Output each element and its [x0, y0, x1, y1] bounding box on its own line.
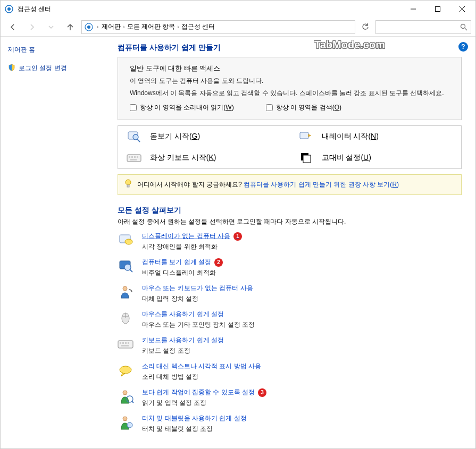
always-scan-checkbox[interactable]: 항상 이 영역을 검색(O): [266, 103, 341, 112]
sidebar-home-link[interactable]: 제어판 홈: [8, 45, 99, 54]
svg-rect-16: [131, 156, 133, 158]
search-input[interactable]: [375, 20, 471, 34]
option-desc: 키보드 설정 조정: [142, 346, 224, 355]
option-icon: [118, 362, 135, 379]
option-icon: [118, 258, 135, 275]
svg-point-29: [123, 286, 127, 291]
recommendation-bar: 어디에서 시작해야 할지 궁금하세요? 컴퓨터를 사용하기 쉽게 만들기 위한 …: [118, 174, 462, 195]
chevron-right-icon: ›: [123, 24, 124, 30]
breadcrumb-icon: [84, 22, 94, 32]
option-link[interactable]: 소리 대신 텍스트나 시각적 표시 방법 사용: [142, 362, 261, 371]
nav-forward-button[interactable]: [24, 19, 40, 35]
quick-access-desc2: Windows에서 이 목록을 자동으로 읽고 검색할 수 있습니다. 스페이스…: [130, 89, 453, 98]
titlebar: 접근성 센터: [1, 1, 475, 18]
svg-line-28: [130, 269, 132, 272]
svg-point-39: [120, 366, 131, 374]
option-link[interactable]: 키보드를 사용하기 쉽게 설정: [142, 336, 224, 345]
svg-rect-3: [436, 7, 440, 12]
help-button[interactable]: ?: [458, 42, 468, 52]
option-icon: [118, 336, 135, 353]
option-link-text: 터치 및 태블릿을 사용하기 쉽게 설정: [142, 414, 247, 423]
option-link[interactable]: 디스플레이가 없는 컴퓨터 사용1: [142, 232, 242, 241]
main-content: ? TabMode.com 컴퓨터를 사용하기 쉽게 만들기 일반 도구에 대한…: [107, 37, 475, 448]
option-desc: 마우스 또는 기타 포인팅 장치 설정 조정: [142, 320, 255, 329]
annotation-badge: 2: [214, 258, 223, 267]
tools-grid: 돋보기 시작(G) 내레이터 시작(N) 화상 키보드 시작(K) 고대비 설정…: [118, 125, 462, 169]
option-row: 마우스를 사용하기 쉽게 설정마우스 또는 기타 포인팅 장치 설정 조정: [118, 310, 462, 329]
checkbox-input[interactable]: [266, 104, 273, 111]
quick-access-title: 일반 도구에 대한 빠른 액세스: [130, 64, 453, 73]
svg-point-25: [125, 239, 132, 244]
svg-point-40: [123, 391, 127, 395]
start-narrator-button[interactable]: 내레이터 시작(N): [290, 126, 462, 147]
svg-point-7: [87, 26, 90, 29]
checkbox-label: 항상 이 영역을 검색(O): [276, 103, 341, 112]
svg-rect-19: [130, 159, 137, 160]
option-icon: [118, 284, 135, 301]
sidebar-item-label: 로그인 설정 변경: [19, 64, 67, 73]
breadcrumb-mid[interactable]: 모든 제어판 항목: [127, 22, 176, 31]
minimize-button[interactable]: [401, 1, 425, 17]
recommendation-link[interactable]: 컴퓨터를 사용하기 쉽게 만들기 위한 권장 사항 보기(R): [244, 181, 399, 188]
option-row: 컴퓨터를 보기 쉽게 설정2비주얼 디스플레이 최적화: [118, 258, 462, 277]
option-link-text: 마우스 또는 키보드가 없는 컴퓨터 사용: [142, 284, 253, 293]
search-icon: [460, 23, 467, 31]
quick-access-panel: 일반 도구에 대한 빠른 액세스 이 영역의 도구는 컴퓨터 사용을 도와 드립…: [118, 57, 462, 120]
nav-back-button[interactable]: [5, 19, 21, 35]
chevron-right-icon: ›: [177, 24, 179, 30]
close-button[interactable]: [450, 1, 474, 17]
option-link-text: 컴퓨터를 보기 쉽게 설정: [142, 258, 211, 267]
breadcrumb-leaf[interactable]: 접근성 센터: [181, 22, 215, 31]
svg-rect-15: [129, 156, 130, 158]
svg-rect-35: [122, 342, 124, 344]
start-osk-button[interactable]: 화상 키보드 시작(K): [118, 147, 290, 168]
option-link[interactable]: 마우스 또는 키보드가 없는 컴퓨터 사용: [142, 284, 253, 293]
quick-access-desc1: 이 영역의 도구는 컴퓨터 사용을 도와 드립니다.: [130, 77, 453, 86]
contrast-icon: [297, 150, 314, 165]
svg-point-8: [461, 24, 465, 28]
option-icon: [118, 414, 135, 431]
start-magnifier-button[interactable]: 돋보기 시작(G): [118, 126, 290, 147]
option-desc: 읽기 및 입력 설정 조정: [142, 399, 266, 408]
nav-recent-button[interactable]: [43, 19, 59, 35]
checkbox-label: 항상 이 영역을 소리내어 읽기(W): [140, 103, 234, 112]
maximize-button[interactable]: [425, 1, 450, 17]
sidebar: 제어판 홈 로그인 설정 변경: [1, 37, 107, 448]
option-icon: [118, 310, 135, 327]
svg-rect-21: [303, 155, 311, 163]
nav-up-button[interactable]: [62, 19, 78, 35]
option-desc: 비주얼 디스플레이 최적화: [142, 268, 223, 277]
explore-title: 모든 설정 살펴보기: [118, 206, 462, 215]
always-read-checkbox[interactable]: 항상 이 영역을 소리내어 읽기(W): [130, 103, 234, 112]
svg-line-42: [132, 401, 133, 403]
keyboard-icon: [126, 150, 143, 165]
option-link-text: 키보드를 사용하기 쉽게 설정: [142, 336, 224, 345]
svg-rect-13: [300, 132, 308, 139]
option-link-text: 디스플레이가 없는 컴퓨터 사용: [142, 232, 230, 241]
option-link[interactable]: 컴퓨터를 보기 쉽게 설정2: [142, 258, 223, 267]
chevron-right-icon: ›: [97, 24, 98, 30]
option-link[interactable]: 보다 쉽게 작업에 집중할 수 있도록 설정3: [142, 388, 266, 397]
page-title: 컴퓨터를 사용하기 쉽게 만들기: [118, 43, 462, 53]
tool-label: 화상 키보드 시작(K): [150, 153, 216, 163]
lightbulb-icon: [124, 179, 132, 190]
checkbox-input[interactable]: [130, 104, 137, 111]
sidebar-login-settings-link[interactable]: 로그인 설정 변경: [8, 64, 99, 73]
svg-rect-37: [128, 342, 129, 344]
option-row: 마우스 또는 키보드가 없는 컴퓨터 사용대체 입력 장치 설정: [118, 284, 462, 303]
annotation-badge: 1: [233, 232, 242, 241]
option-link[interactable]: 터치 및 태블릿을 사용하기 쉽게 설정: [142, 414, 247, 423]
option-link-text: 보다 쉽게 작업에 집중할 수 있도록 설정: [142, 388, 255, 397]
svg-rect-17: [134, 156, 136, 158]
magnifier-icon: [126, 129, 143, 144]
breadcrumb-root[interactable]: 제어판: [102, 22, 121, 31]
option-link[interactable]: 마우스를 사용하기 쉽게 설정: [142, 310, 255, 319]
svg-line-9: [465, 28, 467, 30]
high-contrast-button[interactable]: 고대비 설정(U): [290, 147, 462, 168]
refresh-button[interactable]: [358, 20, 372, 34]
annotation-badge: 3: [258, 388, 266, 397]
breadcrumb-bar[interactable]: › 제어판 › 모든 제어판 항목 › 접근성 센터: [81, 20, 355, 34]
shield-icon: [8, 64, 15, 73]
narrator-icon: [297, 129, 314, 144]
option-desc: 시각 장애인을 위한 최적화: [142, 242, 242, 251]
